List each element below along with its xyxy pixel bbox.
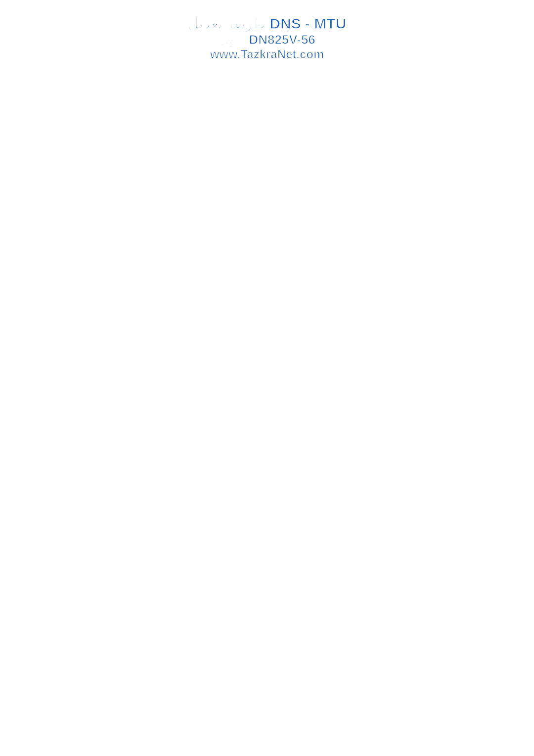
tutorial-header: طريقة تعديل DNS - MTU راوتر DN825V-56 ww…	[0, 15, 534, 61]
title-line2: راوتر DN825V-56	[0, 32, 534, 47]
title-line1: طريقة تعديل DNS - MTU	[0, 15, 534, 32]
title-line3: www.TazkraNet.com	[0, 47, 534, 61]
